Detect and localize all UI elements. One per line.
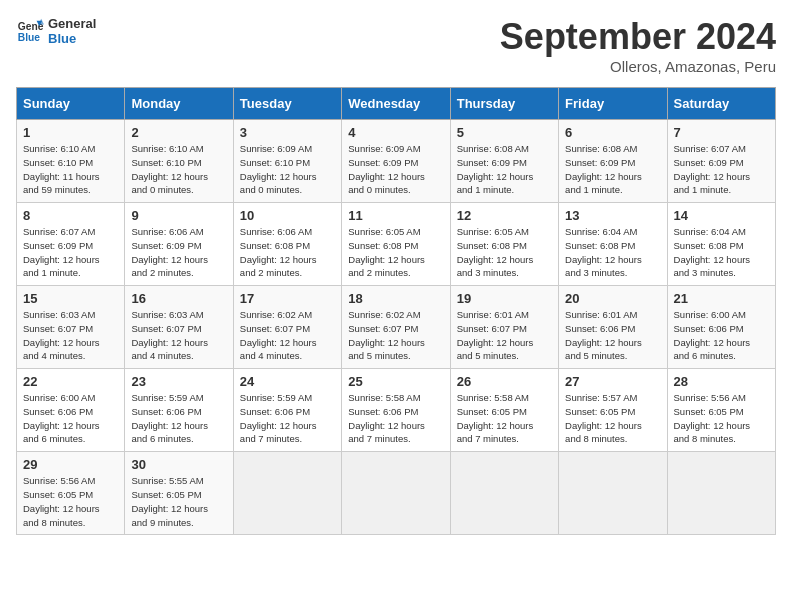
day-number: 7 [674, 125, 769, 140]
calendar-cell: 21Sunrise: 6:00 AM Sunset: 6:06 PM Dayli… [667, 286, 775, 369]
calendar-cell [667, 452, 775, 535]
day-number: 19 [457, 291, 552, 306]
day-info: Sunrise: 6:04 AM Sunset: 6:08 PM Dayligh… [565, 225, 660, 280]
calendar-cell: 29Sunrise: 5:56 AM Sunset: 6:05 PM Dayli… [17, 452, 125, 535]
day-info: Sunrise: 5:58 AM Sunset: 6:05 PM Dayligh… [457, 391, 552, 446]
day-number: 4 [348, 125, 443, 140]
day-info: Sunrise: 6:05 AM Sunset: 6:08 PM Dayligh… [348, 225, 443, 280]
calendar-cell [342, 452, 450, 535]
calendar-cell: 18Sunrise: 6:02 AM Sunset: 6:07 PM Dayli… [342, 286, 450, 369]
calendar-cell: 5Sunrise: 6:08 AM Sunset: 6:09 PM Daylig… [450, 120, 558, 203]
day-number: 3 [240, 125, 335, 140]
day-info: Sunrise: 5:55 AM Sunset: 6:05 PM Dayligh… [131, 474, 226, 529]
calendar-cell: 23Sunrise: 5:59 AM Sunset: 6:06 PM Dayli… [125, 369, 233, 452]
calendar-cell: 22Sunrise: 6:00 AM Sunset: 6:06 PM Dayli… [17, 369, 125, 452]
calendar-week-2: 8Sunrise: 6:07 AM Sunset: 6:09 PM Daylig… [17, 203, 776, 286]
day-info: Sunrise: 6:10 AM Sunset: 6:10 PM Dayligh… [23, 142, 118, 197]
day-number: 13 [565, 208, 660, 223]
day-number: 6 [565, 125, 660, 140]
day-number: 2 [131, 125, 226, 140]
calendar-cell: 26Sunrise: 5:58 AM Sunset: 6:05 PM Dayli… [450, 369, 558, 452]
weekday-header-saturday: Saturday [667, 88, 775, 120]
day-info: Sunrise: 5:56 AM Sunset: 6:05 PM Dayligh… [674, 391, 769, 446]
day-number: 15 [23, 291, 118, 306]
day-number: 25 [348, 374, 443, 389]
day-info: Sunrise: 6:06 AM Sunset: 6:09 PM Dayligh… [131, 225, 226, 280]
calendar-cell: 19Sunrise: 6:01 AM Sunset: 6:07 PM Dayli… [450, 286, 558, 369]
calendar-cell: 16Sunrise: 6:03 AM Sunset: 6:07 PM Dayli… [125, 286, 233, 369]
calendar-cell: 17Sunrise: 6:02 AM Sunset: 6:07 PM Dayli… [233, 286, 341, 369]
day-number: 26 [457, 374, 552, 389]
svg-text:Blue: Blue [18, 32, 41, 43]
calendar-cell: 9Sunrise: 6:06 AM Sunset: 6:09 PM Daylig… [125, 203, 233, 286]
weekday-header-thursday: Thursday [450, 88, 558, 120]
day-info: Sunrise: 5:57 AM Sunset: 6:05 PM Dayligh… [565, 391, 660, 446]
day-info: Sunrise: 5:59 AM Sunset: 6:06 PM Dayligh… [240, 391, 335, 446]
day-info: Sunrise: 6:10 AM Sunset: 6:10 PM Dayligh… [131, 142, 226, 197]
weekday-header-wednesday: Wednesday [342, 88, 450, 120]
logo: General Blue General Blue [16, 16, 96, 46]
day-number: 1 [23, 125, 118, 140]
calendar-cell: 28Sunrise: 5:56 AM Sunset: 6:05 PM Dayli… [667, 369, 775, 452]
calendar-cell: 3Sunrise: 6:09 AM Sunset: 6:10 PM Daylig… [233, 120, 341, 203]
weekday-header-row: SundayMondayTuesdayWednesdayThursdayFrid… [17, 88, 776, 120]
day-info: Sunrise: 5:58 AM Sunset: 6:06 PM Dayligh… [348, 391, 443, 446]
day-number: 16 [131, 291, 226, 306]
day-info: Sunrise: 6:04 AM Sunset: 6:08 PM Dayligh… [674, 225, 769, 280]
calendar-cell: 15Sunrise: 6:03 AM Sunset: 6:07 PM Dayli… [17, 286, 125, 369]
calendar-cell: 24Sunrise: 5:59 AM Sunset: 6:06 PM Dayli… [233, 369, 341, 452]
calendar-cell: 20Sunrise: 6:01 AM Sunset: 6:06 PM Dayli… [559, 286, 667, 369]
page-header: General Blue General Blue September 2024… [16, 16, 776, 75]
calendar-cell: 13Sunrise: 6:04 AM Sunset: 6:08 PM Dayli… [559, 203, 667, 286]
weekday-header-sunday: Sunday [17, 88, 125, 120]
day-info: Sunrise: 6:02 AM Sunset: 6:07 PM Dayligh… [348, 308, 443, 363]
day-number: 28 [674, 374, 769, 389]
day-number: 27 [565, 374, 660, 389]
day-number: 12 [457, 208, 552, 223]
weekday-header-tuesday: Tuesday [233, 88, 341, 120]
day-number: 9 [131, 208, 226, 223]
logo-blue: Blue [48, 31, 96, 46]
calendar-cell: 12Sunrise: 6:05 AM Sunset: 6:08 PM Dayli… [450, 203, 558, 286]
day-number: 22 [23, 374, 118, 389]
day-info: Sunrise: 6:07 AM Sunset: 6:09 PM Dayligh… [674, 142, 769, 197]
day-number: 5 [457, 125, 552, 140]
calendar-cell [559, 452, 667, 535]
day-number: 21 [674, 291, 769, 306]
day-info: Sunrise: 6:03 AM Sunset: 6:07 PM Dayligh… [131, 308, 226, 363]
calendar-week-5: 29Sunrise: 5:56 AM Sunset: 6:05 PM Dayli… [17, 452, 776, 535]
calendar-cell: 27Sunrise: 5:57 AM Sunset: 6:05 PM Dayli… [559, 369, 667, 452]
calendar-cell [233, 452, 341, 535]
day-info: Sunrise: 6:01 AM Sunset: 6:06 PM Dayligh… [565, 308, 660, 363]
day-info: Sunrise: 6:01 AM Sunset: 6:07 PM Dayligh… [457, 308, 552, 363]
day-info: Sunrise: 5:59 AM Sunset: 6:06 PM Dayligh… [131, 391, 226, 446]
calendar-cell: 10Sunrise: 6:06 AM Sunset: 6:08 PM Dayli… [233, 203, 341, 286]
calendar-cell: 4Sunrise: 6:09 AM Sunset: 6:09 PM Daylig… [342, 120, 450, 203]
day-info: Sunrise: 6:00 AM Sunset: 6:06 PM Dayligh… [674, 308, 769, 363]
day-info: Sunrise: 6:09 AM Sunset: 6:10 PM Dayligh… [240, 142, 335, 197]
day-number: 8 [23, 208, 118, 223]
day-info: Sunrise: 6:03 AM Sunset: 6:07 PM Dayligh… [23, 308, 118, 363]
day-number: 11 [348, 208, 443, 223]
day-number: 23 [131, 374, 226, 389]
day-number: 18 [348, 291, 443, 306]
weekday-header-friday: Friday [559, 88, 667, 120]
calendar-week-3: 15Sunrise: 6:03 AM Sunset: 6:07 PM Dayli… [17, 286, 776, 369]
day-info: Sunrise: 6:07 AM Sunset: 6:09 PM Dayligh… [23, 225, 118, 280]
calendar-cell: 6Sunrise: 6:08 AM Sunset: 6:09 PM Daylig… [559, 120, 667, 203]
calendar-cell: 7Sunrise: 6:07 AM Sunset: 6:09 PM Daylig… [667, 120, 775, 203]
month-title: September 2024 [500, 16, 776, 58]
logo-icon: General Blue [16, 17, 44, 45]
calendar-cell [450, 452, 558, 535]
day-number: 30 [131, 457, 226, 472]
day-number: 29 [23, 457, 118, 472]
calendar-cell: 2Sunrise: 6:10 AM Sunset: 6:10 PM Daylig… [125, 120, 233, 203]
calendar-week-4: 22Sunrise: 6:00 AM Sunset: 6:06 PM Dayli… [17, 369, 776, 452]
day-info: Sunrise: 6:06 AM Sunset: 6:08 PM Dayligh… [240, 225, 335, 280]
day-info: Sunrise: 5:56 AM Sunset: 6:05 PM Dayligh… [23, 474, 118, 529]
weekday-header-monday: Monday [125, 88, 233, 120]
day-number: 17 [240, 291, 335, 306]
title-block: September 2024 Olleros, Amazonas, Peru [500, 16, 776, 75]
day-info: Sunrise: 6:02 AM Sunset: 6:07 PM Dayligh… [240, 308, 335, 363]
calendar-cell: 14Sunrise: 6:04 AM Sunset: 6:08 PM Dayli… [667, 203, 775, 286]
